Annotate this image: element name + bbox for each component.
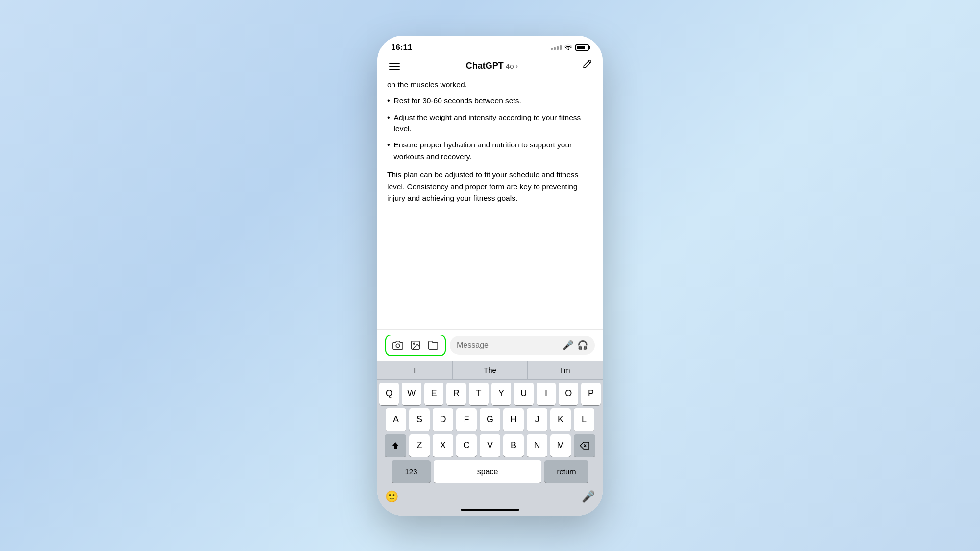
space-key[interactable]: space [434,460,541,483]
keyboard-rows: Q W E R T Y U I O P A S D F G H J K [377,380,603,488]
key-row-3: Z X C V B N M [379,434,601,457]
bullet-text-3: Ensure proper hydration and nutrition to… [394,139,593,162]
toolbar-icons-group [385,335,446,356]
suggestion-the[interactable]: The [453,361,528,379]
key-a[interactable]: A [386,408,406,431]
edit-button[interactable] [582,59,593,73]
mic-icon[interactable]: 🎤 [563,340,573,351]
return-key[interactable]: return [544,460,588,483]
suggestion-im[interactable]: I'm [528,361,603,379]
key-t[interactable]: T [469,383,489,405]
keyboard-mic-icon[interactable]: 🎤 [582,490,595,503]
list-item: Ensure proper hydration and nutrition to… [387,139,593,162]
key-g[interactable]: G [480,408,500,431]
header-title: ChatGPT 4o › [466,61,518,71]
status-icons [551,44,589,51]
suggestion-i[interactable]: I [377,361,453,379]
bullet-text-1: Rest for 30-60 seconds between sets. [394,95,521,106]
chevron-icon[interactable]: › [516,62,518,70]
key-u[interactable]: U [514,383,534,405]
shift-key[interactable] [385,434,406,457]
key-r[interactable]: R [446,383,466,405]
svg-point-2 [413,343,415,344]
svg-point-0 [396,344,399,347]
wifi-icon [564,44,572,51]
partial-message-line: on the muscles worked. [387,79,593,90]
key-m[interactable]: M [550,434,571,457]
signal-icon [551,45,562,50]
home-bar-area [377,507,603,516]
status-bar: 16:11 [377,36,603,56]
key-e[interactable]: E [424,383,444,405]
keyboard-suggestions: I The I'm [377,361,603,380]
chat-content: on the muscles worked. Rest for 30-60 se… [377,79,603,329]
key-i[interactable]: I [537,383,556,405]
phone-frame: 16:11 [377,36,603,516]
battery-icon [575,44,589,51]
key-f[interactable]: F [456,408,477,431]
key-l[interactable]: L [574,408,594,431]
key-d[interactable]: D [433,408,453,431]
key-row-4: 123 space return [379,460,601,483]
keyboard-bottom-bar: 🙂 🎤 [377,488,603,507]
home-bar [461,509,519,511]
message-input-wrapper[interactable]: 🎤 🎧 [450,336,595,355]
app-name: ChatGPT [466,61,504,71]
keyboard: I The I'm Q W E R T Y U I O P A S [377,361,603,516]
key-row-1: Q W E R T Y U I O P [379,383,601,405]
list-item: Adjust the weight and intensity accordin… [387,112,593,135]
bullet-list: Rest for 30-60 seconds between sets. Adj… [387,95,593,162]
key-p[interactable]: P [581,383,601,405]
model-badge[interactable]: 4o [506,62,514,70]
image-button[interactable] [408,338,423,352]
key-h[interactable]: H [503,408,524,431]
headphone-icon[interactable]: 🎧 [577,340,588,351]
key-b[interactable]: B [503,434,524,457]
message-input[interactable] [457,341,559,350]
menu-button[interactable] [387,61,402,72]
key-z[interactable]: Z [409,434,430,457]
key-row-2: A S D F G H J K L [379,408,601,431]
num-key[interactable]: 123 [392,460,431,483]
closing-paragraph: This plan can be adjusted to fit your sc… [387,169,593,204]
camera-button[interactable] [390,338,406,352]
key-w[interactable]: W [402,383,421,405]
input-area: 🎤 🎧 [377,329,603,361]
key-o[interactable]: O [559,383,578,405]
key-y[interactable]: Y [491,383,511,405]
list-item: Rest for 30-60 seconds between sets. [387,95,593,107]
header: ChatGPT 4o › [377,56,603,79]
key-x[interactable]: X [433,434,453,457]
key-n[interactable]: N [527,434,547,457]
key-s[interactable]: S [409,408,430,431]
status-time: 16:11 [391,43,412,52]
key-v[interactable]: V [480,434,500,457]
backspace-key[interactable] [574,434,595,457]
key-q[interactable]: Q [379,383,399,405]
emoji-key[interactable]: 🙂 [385,490,398,503]
input-toolbar: 🎤 🎧 [385,335,595,356]
key-k[interactable]: K [550,408,571,431]
key-j[interactable]: J [527,408,547,431]
folder-button[interactable] [425,338,441,352]
bullet-text-2: Adjust the weight and intensity accordin… [394,112,593,135]
key-c[interactable]: C [456,434,477,457]
